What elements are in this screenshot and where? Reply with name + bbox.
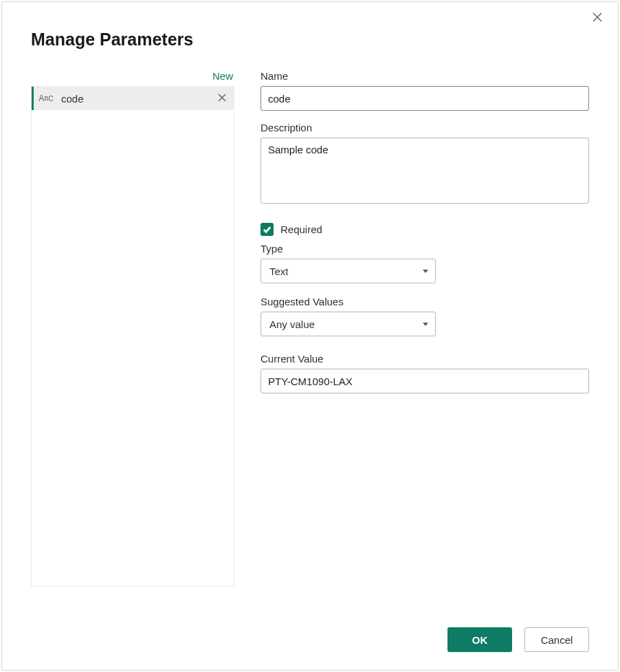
current-value-label: Current Value [261, 353, 589, 365]
dialog-footer: OK Cancel [447, 627, 589, 652]
suggested-values-label: Suggested Values [261, 296, 589, 307]
text-type-icon: ABC [38, 94, 54, 103]
required-checkbox[interactable] [261, 223, 274, 236]
type-select-value: Text [269, 265, 289, 277]
chevron-down-icon [423, 323, 428, 326]
cancel-button[interactable]: Cancel [524, 627, 589, 652]
manage-parameters-dialog: Manage Parameters New ABC code Name [1, 1, 619, 671]
parameter-form: Name Description Required Type Text Sugg… [261, 70, 589, 587]
dialog-body: New ABC code Name Description [31, 70, 589, 587]
ok-button[interactable]: OK [447, 627, 512, 652]
description-input[interactable] [261, 138, 589, 204]
parameter-item-name: code [54, 93, 217, 105]
current-value-input[interactable] [261, 369, 589, 393]
parameter-list: ABC code [31, 86, 234, 587]
required-row: Required [261, 223, 589, 236]
suggested-values-select[interactable]: Any value [261, 312, 436, 336]
chevron-down-icon [423, 270, 428, 273]
suggested-values-value: Any value [269, 318, 315, 330]
dialog-title: Manage Parameters [31, 30, 589, 50]
name-input[interactable] [261, 86, 589, 111]
type-label: Type [261, 243, 589, 254]
parameter-list-panel: New ABC code [31, 70, 234, 587]
parameter-list-item[interactable]: ABC code [32, 87, 234, 110]
delete-parameter-icon[interactable] [217, 93, 228, 104]
name-label: Name [261, 70, 589, 82]
type-select[interactable]: Text [261, 259, 436, 283]
close-icon[interactable] [592, 12, 606, 25]
description-label: Description [261, 122, 589, 133]
required-label: Required [280, 224, 322, 235]
new-parameter-link[interactable]: New [31, 70, 234, 82]
